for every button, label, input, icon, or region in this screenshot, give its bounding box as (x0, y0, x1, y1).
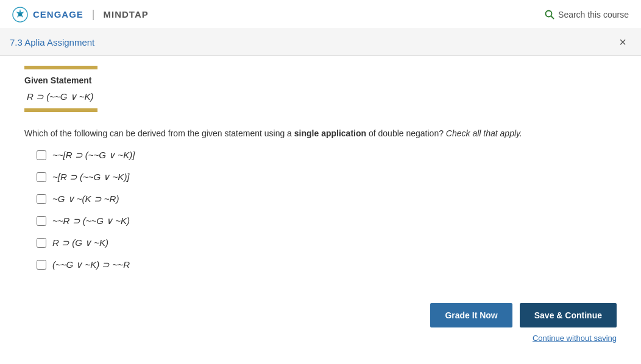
option-label-4[interactable]: ~~R ⊃ (~~G ∨ ~K) (52, 215, 130, 226)
svg-line-3 (551, 16, 554, 19)
option-checkbox-4[interactable] (37, 216, 46, 226)
option-checkbox-1[interactable] (37, 150, 46, 160)
continue-without-saving-button[interactable]: Continue without saving (533, 334, 617, 343)
option-checkbox-6[interactable] (37, 260, 46, 270)
question-text-before: Which of the following can be derived fr… (24, 128, 294, 138)
list-item: ~~R ⊃ (~~G ∨ ~K) (37, 215, 617, 226)
search-icon (545, 10, 554, 19)
question-text: Which of the following can be derived fr… (24, 127, 617, 140)
list-item: ~[R ⊃ (~~G ∨ ~K)] (37, 172, 617, 183)
question-text-italic: Check all that apply. (446, 128, 522, 138)
top-accent-bar (24, 66, 97, 69)
option-checkbox-2[interactable] (37, 172, 46, 182)
save-continue-button[interactable]: Save & Continue (520, 303, 617, 327)
grade-it-now-button[interactable]: Grade It Now (430, 303, 512, 327)
given-statement-box: Given Statement R ⊃ (~~G ∨ ~K) (24, 66, 617, 112)
assignment-prefix: 7.3 (10, 37, 24, 47)
cengage-text: CENGAGE (33, 9, 83, 19)
question-text-bold: single application (294, 128, 366, 138)
search-area[interactable]: Search this course (545, 10, 629, 19)
footer-buttons: Grade It Now Save & Continue (430, 303, 617, 327)
option-label-6[interactable]: (~~G ∨ ~K) ⊃ ~~R (52, 259, 130, 270)
bottom-accent-bar (24, 108, 97, 112)
list-item: R ⊃ (G ∨ ~K) (37, 237, 617, 248)
title-bar: 7.3 Aplia Assignment × (0, 29, 641, 56)
search-label: Search this course (558, 10, 629, 19)
options-list: ~~[R ⊃ (~~G ∨ ~K)] ~[R ⊃ (~~G ∨ ~K)] ~G … (24, 150, 617, 270)
list-item: ~G ∨ ~(K ⊃ ~R) (37, 194, 617, 205)
option-checkbox-3[interactable] (37, 194, 46, 204)
header: CENGAGE | MINDTAP Search this course (0, 0, 641, 29)
close-button[interactable]: × (614, 33, 631, 52)
svg-point-2 (546, 10, 552, 16)
cengage-logo-icon (12, 7, 28, 23)
option-label-1[interactable]: ~~[R ⊃ (~~G ∨ ~K)] (52, 150, 135, 161)
main-content: Given Statement R ⊃ (~~G ∨ ~K) Which of … (0, 56, 641, 293)
footer: Grade It Now Save & Continue Continue wi… (0, 293, 641, 349)
question-text-after: of double negation? (366, 128, 446, 138)
list-item: (~~G ∨ ~K) ⊃ ~~R (37, 259, 617, 270)
given-statement-label: Given Statement (24, 75, 617, 85)
list-item: ~~[R ⊃ (~~G ∨ ~K)] (37, 150, 617, 161)
mindtap-text: MINDTAP (104, 9, 149, 19)
svg-point-1 (18, 13, 22, 16)
logo-group: CENGAGE | MINDTAP (12, 7, 149, 23)
assignment-title: 7.3 Aplia Assignment (10, 37, 94, 47)
option-label-3[interactable]: ~G ∨ ~(K ⊃ ~R) (52, 194, 119, 205)
assignment-link[interactable]: Aplia Assignment (24, 37, 94, 47)
given-formula: R ⊃ (~~G ∨ ~K) (24, 91, 617, 102)
logo-divider: | (92, 8, 95, 21)
option-label-5[interactable]: R ⊃ (G ∨ ~K) (52, 237, 108, 248)
option-label-2[interactable]: ~[R ⊃ (~~G ∨ ~K)] (52, 172, 130, 183)
option-checkbox-5[interactable] (37, 238, 46, 248)
